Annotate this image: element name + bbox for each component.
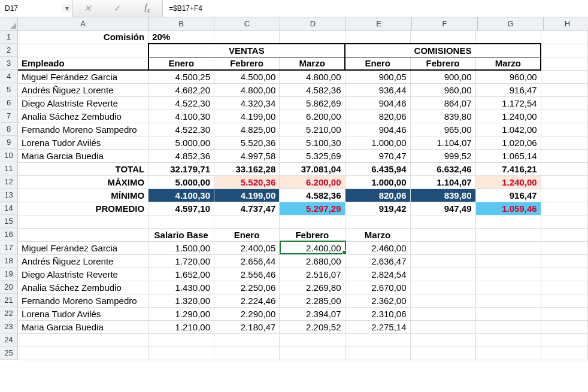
column-header-H[interactable]: H (544, 17, 588, 31)
cell-B15[interactable] (148, 215, 214, 228)
cell-F23[interactable] (410, 320, 475, 333)
cell-H2[interactable] (541, 44, 587, 57)
cell-B22[interactable]: 1.290,00 (148, 307, 214, 320)
cell-B8[interactable]: 4.522,30 (148, 123, 214, 136)
cell-G13[interactable]: 916,47 (475, 189, 541, 202)
cell-B13[interactable]: 4.100,30 (148, 189, 214, 202)
cell-D4[interactable]: 4.800,00 (280, 70, 345, 83)
column-header-F[interactable]: F (412, 17, 478, 31)
cell-C4[interactable]: 4.500,00 (214, 70, 280, 83)
cell-D21[interactable]: 2.285,00 (280, 294, 345, 307)
cell-F15[interactable] (410, 215, 475, 228)
cell-H11[interactable] (541, 162, 587, 175)
cell-A22[interactable]: Lorena Tudor Avilés (18, 307, 148, 320)
row-header-12[interactable]: 12 (0, 175, 18, 189)
cell-G21[interactable] (475, 294, 541, 307)
name-box-dropdown[interactable]: ▾ (62, 4, 72, 13)
row-header-17[interactable]: 17 (0, 241, 18, 254)
cell-E7[interactable]: 820,06 (345, 110, 410, 123)
row-header-6[interactable]: 6 (0, 96, 18, 110)
row-header-19[interactable]: 19 (0, 268, 18, 281)
cell-D22[interactable]: 2.394,07 (280, 307, 345, 320)
cancel-formula-button[interactable]: ✕ (81, 2, 94, 15)
cell-G5[interactable]: 916,47 (475, 83, 541, 96)
cell-C22[interactable]: 2.290,00 (214, 307, 280, 320)
cell-C18[interactable]: 2.656,44 (214, 254, 280, 268)
spreadsheet-grid[interactable]: ABCDEFGH 1234567891011121314151617181920… (0, 17, 588, 391)
cell-B14[interactable]: 4.597,10 (148, 202, 214, 215)
cell-D13[interactable]: 4.582,36 (280, 189, 345, 202)
cell-B1[interactable]: 20% (148, 31, 214, 44)
cell-A9[interactable]: Lorena Tudor Avilés (18, 136, 148, 149)
cell-D5[interactable]: 4.582,36 (280, 83, 345, 96)
row-header-9[interactable]: 9 (0, 136, 18, 149)
cell-D14[interactable]: 5.297,29 (280, 202, 345, 215)
cell-A8[interactable]: Fernando Moreno Sampedro (18, 123, 148, 136)
cell-F9[interactable]: 1.104,07 (410, 136, 475, 149)
column-header-D[interactable]: D (280, 17, 346, 31)
row-header-7[interactable]: 7 (0, 110, 18, 123)
cell-H9[interactable] (541, 136, 587, 149)
cell-C12[interactable]: 5.520,36 (214, 175, 280, 189)
cell-B20[interactable]: 1.430,00 (148, 281, 214, 294)
cell-C23[interactable]: 2.180,47 (214, 320, 280, 333)
cell-F11[interactable]: 6.632,46 (410, 162, 475, 175)
cell-C10[interactable]: 4.997,58 (214, 149, 280, 162)
cell-G23[interactable] (475, 320, 541, 333)
row-header-15[interactable]: 15 (0, 215, 18, 228)
row-header-4[interactable]: 4 (0, 70, 18, 83)
cell-F17[interactable] (410, 241, 475, 254)
cell-H4[interactable] (541, 70, 587, 83)
cell-E19[interactable]: 2.824,54 (345, 268, 410, 281)
cell-E3[interactable]: Enero (345, 57, 410, 70)
cell-H16[interactable] (541, 228, 587, 241)
cell-E20[interactable]: 2.670,00 (345, 281, 410, 294)
cell-F12[interactable]: 1.104,07 (410, 175, 475, 189)
column-header-C[interactable]: C (214, 17, 280, 31)
cell-C8[interactable]: 4.825,00 (214, 123, 280, 136)
cell-D15[interactable] (280, 215, 345, 228)
cell-G25[interactable] (475, 347, 541, 360)
cell-A20[interactable]: Analia Sáchez Zembudio (18, 281, 148, 294)
cell-F4[interactable]: 900,00 (410, 70, 475, 83)
cell-E6[interactable]: 904,46 (345, 96, 410, 110)
cell-F3[interactable]: Febrero (410, 57, 475, 70)
cell-C9[interactable]: 5.520,36 (214, 136, 280, 149)
cell-D20[interactable]: 2.269,80 (280, 281, 345, 294)
column-header-A[interactable]: A (18, 17, 148, 31)
cell-G9[interactable]: 1.020,06 (475, 136, 541, 149)
cell-B21[interactable]: 1.320,00 (148, 294, 214, 307)
cell-C17[interactable]: 2.400,05 (214, 241, 280, 254)
cell-E25[interactable] (345, 347, 410, 360)
cell-H13[interactable] (541, 189, 587, 202)
cell-A15[interactable] (18, 215, 148, 228)
cell-G8[interactable]: 1.042,00 (475, 123, 541, 136)
cell-D6[interactable]: 5.862,69 (280, 96, 345, 110)
cell-H7[interactable] (541, 110, 587, 123)
cell-H17[interactable] (541, 241, 587, 254)
cell-B17[interactable]: 1.500,00 (148, 241, 214, 254)
cell-G18[interactable] (475, 254, 541, 268)
cell-E10[interactable]: 970,47 (345, 149, 410, 162)
cell-C24[interactable] (214, 333, 280, 347)
cell-B6[interactable]: 4.522,30 (148, 96, 214, 110)
cell-E17[interactable]: 2.460,00 (345, 241, 410, 254)
insert-function-button[interactable]: fx (141, 2, 154, 15)
cell-D7[interactable]: 6.200,00 (280, 110, 345, 123)
cell-F21[interactable] (410, 294, 475, 307)
row-header-21[interactable]: 21 (0, 294, 18, 307)
cell-H8[interactable] (541, 123, 587, 136)
row-header-16[interactable]: 16 (0, 228, 18, 241)
cell-E24[interactable] (345, 333, 410, 347)
cell-B23[interactable]: 1.210,00 (148, 320, 214, 333)
cell-D8[interactable]: 5.210,00 (280, 123, 345, 136)
row-header-25[interactable]: 25 (0, 347, 18, 360)
cell-B16[interactable]: Salario Base (148, 228, 214, 241)
cell-G17[interactable] (475, 241, 541, 254)
cell-B7[interactable]: 4.100,30 (148, 110, 214, 123)
column-header-G[interactable]: G (478, 17, 544, 31)
cell-D18[interactable]: 2.680,00 (280, 254, 345, 268)
cell-H12[interactable] (541, 175, 587, 189)
cell-A5[interactable]: Andrés Ñiguez Lorente (18, 83, 148, 96)
cell-C6[interactable]: 4.320,34 (214, 96, 280, 110)
